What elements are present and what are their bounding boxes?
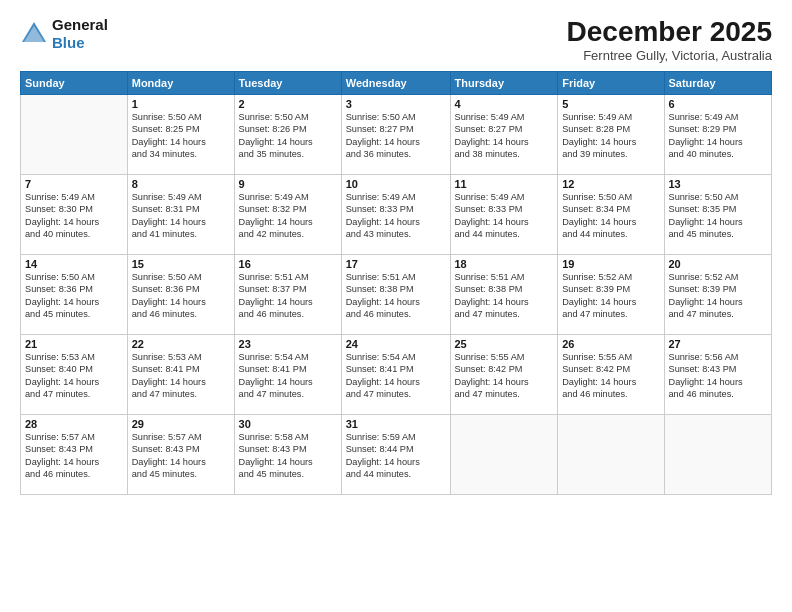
header: General Blue December 2025 Ferntree Gull… xyxy=(20,16,772,63)
day-info: Sunrise: 5:59 AM Sunset: 8:44 PM Dayligh… xyxy=(346,431,446,481)
table-row: 10Sunrise: 5:49 AM Sunset: 8:33 PM Dayli… xyxy=(341,175,450,255)
calendar-week-row: 21Sunrise: 5:53 AM Sunset: 8:40 PM Dayli… xyxy=(21,335,772,415)
day-number: 6 xyxy=(669,98,768,110)
table-row: 26Sunrise: 5:55 AM Sunset: 8:42 PM Dayli… xyxy=(558,335,664,415)
day-info: Sunrise: 5:50 AM Sunset: 8:36 PM Dayligh… xyxy=(25,271,123,321)
table-row: 27Sunrise: 5:56 AM Sunset: 8:43 PM Dayli… xyxy=(664,335,772,415)
day-info: Sunrise: 5:49 AM Sunset: 8:33 PM Dayligh… xyxy=(455,191,554,241)
day-info: Sunrise: 5:51 AM Sunset: 8:37 PM Dayligh… xyxy=(239,271,337,321)
day-number: 21 xyxy=(25,338,123,350)
table-row xyxy=(21,95,128,175)
month-title: December 2025 xyxy=(567,16,772,48)
table-row: 17Sunrise: 5:51 AM Sunset: 8:38 PM Dayli… xyxy=(341,255,450,335)
table-row: 22Sunrise: 5:53 AM Sunset: 8:41 PM Dayli… xyxy=(127,335,234,415)
day-number: 20 xyxy=(669,258,768,270)
day-info: Sunrise: 5:53 AM Sunset: 8:40 PM Dayligh… xyxy=(25,351,123,401)
day-info: Sunrise: 5:52 AM Sunset: 8:39 PM Dayligh… xyxy=(669,271,768,321)
calendar-header-row: Sunday Monday Tuesday Wednesday Thursday… xyxy=(21,72,772,95)
day-number: 25 xyxy=(455,338,554,350)
day-info: Sunrise: 5:55 AM Sunset: 8:42 PM Dayligh… xyxy=(562,351,659,401)
col-tuesday: Tuesday xyxy=(234,72,341,95)
day-info: Sunrise: 5:49 AM Sunset: 8:28 PM Dayligh… xyxy=(562,111,659,161)
col-thursday: Thursday xyxy=(450,72,558,95)
day-info: Sunrise: 5:55 AM Sunset: 8:42 PM Dayligh… xyxy=(455,351,554,401)
logo-general: General xyxy=(52,16,108,34)
day-number: 27 xyxy=(669,338,768,350)
table-row: 3Sunrise: 5:50 AM Sunset: 8:27 PM Daylig… xyxy=(341,95,450,175)
table-row: 19Sunrise: 5:52 AM Sunset: 8:39 PM Dayli… xyxy=(558,255,664,335)
day-number: 19 xyxy=(562,258,659,270)
calendar-week-row: 14Sunrise: 5:50 AM Sunset: 8:36 PM Dayli… xyxy=(21,255,772,335)
table-row: 30Sunrise: 5:58 AM Sunset: 8:43 PM Dayli… xyxy=(234,415,341,495)
day-info: Sunrise: 5:51 AM Sunset: 8:38 PM Dayligh… xyxy=(455,271,554,321)
col-friday: Friday xyxy=(558,72,664,95)
day-number: 26 xyxy=(562,338,659,350)
day-number: 4 xyxy=(455,98,554,110)
col-sunday: Sunday xyxy=(21,72,128,95)
day-info: Sunrise: 5:49 AM Sunset: 8:30 PM Dayligh… xyxy=(25,191,123,241)
table-row: 29Sunrise: 5:57 AM Sunset: 8:43 PM Dayli… xyxy=(127,415,234,495)
day-info: Sunrise: 5:54 AM Sunset: 8:41 PM Dayligh… xyxy=(239,351,337,401)
table-row xyxy=(558,415,664,495)
table-row: 9Sunrise: 5:49 AM Sunset: 8:32 PM Daylig… xyxy=(234,175,341,255)
table-row: 7Sunrise: 5:49 AM Sunset: 8:30 PM Daylig… xyxy=(21,175,128,255)
day-number: 18 xyxy=(455,258,554,270)
table-row: 8Sunrise: 5:49 AM Sunset: 8:31 PM Daylig… xyxy=(127,175,234,255)
table-row: 4Sunrise: 5:49 AM Sunset: 8:27 PM Daylig… xyxy=(450,95,558,175)
day-info: Sunrise: 5:56 AM Sunset: 8:43 PM Dayligh… xyxy=(669,351,768,401)
day-number: 2 xyxy=(239,98,337,110)
table-row: 28Sunrise: 5:57 AM Sunset: 8:43 PM Dayli… xyxy=(21,415,128,495)
page: General Blue December 2025 Ferntree Gull… xyxy=(0,0,792,612)
day-number: 28 xyxy=(25,418,123,430)
table-row: 23Sunrise: 5:54 AM Sunset: 8:41 PM Dayli… xyxy=(234,335,341,415)
day-number: 15 xyxy=(132,258,230,270)
day-number: 13 xyxy=(669,178,768,190)
day-info: Sunrise: 5:49 AM Sunset: 8:33 PM Dayligh… xyxy=(346,191,446,241)
day-info: Sunrise: 5:50 AM Sunset: 8:27 PM Dayligh… xyxy=(346,111,446,161)
day-info: Sunrise: 5:49 AM Sunset: 8:29 PM Dayligh… xyxy=(669,111,768,161)
day-info: Sunrise: 5:51 AM Sunset: 8:38 PM Dayligh… xyxy=(346,271,446,321)
col-saturday: Saturday xyxy=(664,72,772,95)
table-row: 15Sunrise: 5:50 AM Sunset: 8:36 PM Dayli… xyxy=(127,255,234,335)
day-info: Sunrise: 5:54 AM Sunset: 8:41 PM Dayligh… xyxy=(346,351,446,401)
day-number: 10 xyxy=(346,178,446,190)
table-row: 24Sunrise: 5:54 AM Sunset: 8:41 PM Dayli… xyxy=(341,335,450,415)
table-row: 6Sunrise: 5:49 AM Sunset: 8:29 PM Daylig… xyxy=(664,95,772,175)
table-row xyxy=(664,415,772,495)
day-number: 12 xyxy=(562,178,659,190)
table-row: 1Sunrise: 5:50 AM Sunset: 8:25 PM Daylig… xyxy=(127,95,234,175)
logo-blue: Blue xyxy=(52,34,108,52)
table-row: 5Sunrise: 5:49 AM Sunset: 8:28 PM Daylig… xyxy=(558,95,664,175)
day-number: 31 xyxy=(346,418,446,430)
day-number: 17 xyxy=(346,258,446,270)
title-block: December 2025 Ferntree Gully, Victoria, … xyxy=(567,16,772,63)
table-row: 11Sunrise: 5:49 AM Sunset: 8:33 PM Dayli… xyxy=(450,175,558,255)
day-info: Sunrise: 5:57 AM Sunset: 8:43 PM Dayligh… xyxy=(25,431,123,481)
day-info: Sunrise: 5:50 AM Sunset: 8:26 PM Dayligh… xyxy=(239,111,337,161)
table-row: 13Sunrise: 5:50 AM Sunset: 8:35 PM Dayli… xyxy=(664,175,772,255)
table-row: 14Sunrise: 5:50 AM Sunset: 8:36 PM Dayli… xyxy=(21,255,128,335)
day-info: Sunrise: 5:50 AM Sunset: 8:25 PM Dayligh… xyxy=(132,111,230,161)
day-number: 30 xyxy=(239,418,337,430)
day-number: 11 xyxy=(455,178,554,190)
day-info: Sunrise: 5:49 AM Sunset: 8:31 PM Dayligh… xyxy=(132,191,230,241)
calendar-week-row: 28Sunrise: 5:57 AM Sunset: 8:43 PM Dayli… xyxy=(21,415,772,495)
day-info: Sunrise: 5:58 AM Sunset: 8:43 PM Dayligh… xyxy=(239,431,337,481)
calendar-week-row: 7Sunrise: 5:49 AM Sunset: 8:30 PM Daylig… xyxy=(21,175,772,255)
day-info: Sunrise: 5:50 AM Sunset: 8:34 PM Dayligh… xyxy=(562,191,659,241)
location-subtitle: Ferntree Gully, Victoria, Australia xyxy=(567,48,772,63)
day-number: 22 xyxy=(132,338,230,350)
day-info: Sunrise: 5:50 AM Sunset: 8:35 PM Dayligh… xyxy=(669,191,768,241)
table-row: 12Sunrise: 5:50 AM Sunset: 8:34 PM Dayli… xyxy=(558,175,664,255)
day-info: Sunrise: 5:50 AM Sunset: 8:36 PM Dayligh… xyxy=(132,271,230,321)
col-monday: Monday xyxy=(127,72,234,95)
day-number: 1 xyxy=(132,98,230,110)
day-info: Sunrise: 5:49 AM Sunset: 8:32 PM Dayligh… xyxy=(239,191,337,241)
day-number: 8 xyxy=(132,178,230,190)
day-number: 14 xyxy=(25,258,123,270)
calendar-week-row: 1Sunrise: 5:50 AM Sunset: 8:25 PM Daylig… xyxy=(21,95,772,175)
logo-text: General Blue xyxy=(52,16,108,52)
day-info: Sunrise: 5:52 AM Sunset: 8:39 PM Dayligh… xyxy=(562,271,659,321)
table-row: 31Sunrise: 5:59 AM Sunset: 8:44 PM Dayli… xyxy=(341,415,450,495)
table-row: 18Sunrise: 5:51 AM Sunset: 8:38 PM Dayli… xyxy=(450,255,558,335)
